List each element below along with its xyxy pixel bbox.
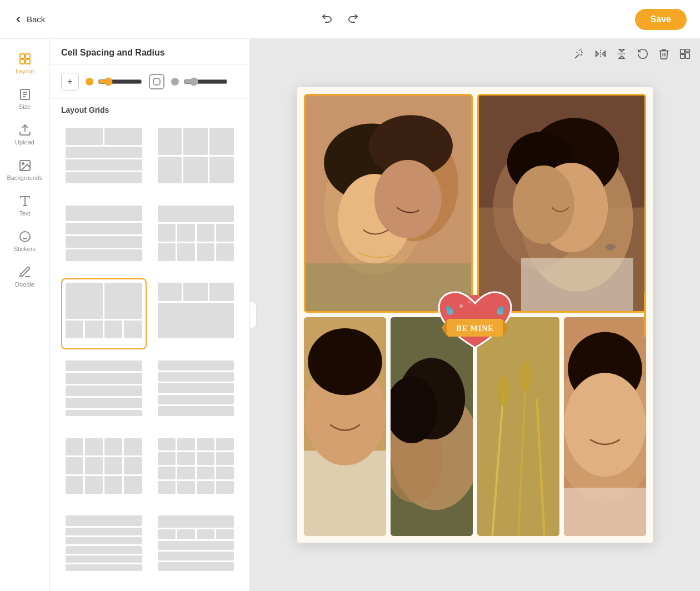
be-mine-sticker: BE MINE: [436, 287, 514, 353]
upload-icon: [18, 123, 32, 137]
icon-nav: Layout Size Upload Backgrounds: [0, 39, 50, 591]
magic-wand-icon: [573, 48, 586, 60]
svg-text:BE MINE: BE MINE: [456, 324, 493, 333]
spacing-slider[interactable]: [98, 77, 142, 86]
photo-cell-1[interactable]: [304, 94, 473, 313]
grid-template-9[interactable]: [61, 434, 147, 505]
back-button[interactable]: Back: [13, 14, 45, 24]
svg-rect-54: [521, 258, 633, 311]
radius-slider[interactable]: [183, 77, 228, 86]
grid-template-1[interactable]: [61, 123, 147, 194]
svg-point-10: [22, 163, 24, 164]
redo-button[interactable]: [346, 11, 359, 27]
flip-horizontal-button[interactable]: [594, 48, 607, 63]
photo-3-fill: [304, 317, 386, 536]
svg-rect-0: [20, 54, 24, 58]
grid-template-6[interactable]: [153, 278, 239, 349]
nav-item-stickers[interactable]: Stickers: [3, 226, 47, 257]
nav-item-upload[interactable]: Upload: [3, 119, 47, 150]
nav-item-layout[interactable]: Layout: [3, 48, 47, 79]
flip-h-icon: [594, 48, 607, 60]
rotate-icon: [637, 48, 649, 60]
svg-point-70: [498, 377, 509, 406]
grid-template-3[interactable]: [61, 201, 147, 272]
svg-point-53: [513, 166, 574, 244]
nav-label-size: Size: [19, 103, 31, 110]
panel-collapse-button[interactable]: [250, 302, 257, 328]
svg-point-86: [468, 301, 471, 303]
add-spacing-button[interactable]: +: [61, 73, 79, 91]
canvas-area: ♥ ♥ ♥ ♥ ♥ ♥ ♥ ♥ ♥ ♥: [250, 39, 700, 591]
grid-template-7[interactable]: [61, 356, 147, 427]
grid-template-11[interactable]: [61, 511, 147, 582]
photo-cell-2[interactable]: [477, 94, 646, 313]
size-icon: [18, 88, 32, 101]
nav-item-text[interactable]: Text: [3, 190, 47, 221]
chevron-left-icon: [250, 312, 252, 318]
delete-button[interactable]: [658, 48, 670, 63]
canvas-toolbar: [573, 48, 691, 63]
nav-item-doodle[interactable]: Doodle: [3, 261, 47, 292]
main-content: Layout Size Upload Backgrounds: [0, 39, 700, 591]
layout-switch-icon: [679, 48, 691, 60]
svg-rect-21: [681, 54, 684, 58]
grid-template-4[interactable]: [153, 201, 239, 272]
be-mine-svg: BE MINE: [436, 287, 514, 353]
photo-1-fill: [306, 96, 471, 311]
grid-template-list: [50, 119, 249, 591]
svg-point-44: [374, 160, 442, 238]
flip-vertical-button[interactable]: [616, 48, 628, 63]
nav-label-layout: Layout: [16, 68, 34, 74]
collage-canvas[interactable]: ♥ ♥ ♥ ♥ ♥ ♥ ♥ ♥ ♥ ♥: [297, 87, 653, 543]
magic-wand-button[interactable]: [573, 48, 586, 63]
flip-v-icon: [616, 48, 628, 60]
svg-point-82: [446, 306, 451, 310]
radius-slider-group: [171, 77, 228, 86]
undo-icon: [321, 11, 334, 24]
back-label: Back: [27, 14, 45, 24]
undo-button[interactable]: [321, 11, 334, 27]
stickers-icon: [18, 230, 32, 243]
bottom-row: BE MINE: [304, 317, 646, 536]
photo-cell-3[interactable]: [304, 317, 386, 536]
top-row: [304, 94, 646, 313]
nav-label-stickers: Stickers: [14, 246, 36, 252]
panel-title: Cell Spacing and Radius: [50, 39, 249, 65]
photo-6-svg: [564, 317, 646, 536]
nav-label-upload: Upload: [15, 139, 34, 146]
photo-cell-6[interactable]: [564, 317, 646, 536]
svg-point-58: [308, 328, 382, 395]
nav-item-backgrounds[interactable]: Backgrounds: [3, 154, 47, 186]
rotate-button[interactable]: [637, 48, 649, 63]
top-bar: Back Save: [0, 0, 700, 39]
selection-indicator: [644, 293, 646, 337]
redo-icon: [346, 11, 359, 24]
svg-rect-16: [153, 78, 160, 85]
spacing-dot: [86, 78, 93, 86]
doodle-icon: [18, 266, 32, 279]
svg-point-13: [20, 232, 30, 242]
grid-template-5[interactable]: [61, 278, 147, 349]
section-label: Layout Grids: [50, 99, 249, 119]
photo-3-svg: [304, 317, 386, 536]
nav-item-size[interactable]: Size: [3, 83, 47, 114]
svg-point-75: [564, 373, 646, 477]
svg-rect-19: [681, 49, 684, 53]
spacing-slider-group: [86, 77, 142, 86]
nav-label-text: Text: [19, 210, 30, 217]
grid-template-12[interactable]: [153, 511, 239, 582]
svg-rect-1: [26, 54, 30, 58]
svg-point-85: [459, 304, 463, 308]
text-icon: [18, 194, 32, 208]
grid-template-2[interactable]: [153, 123, 239, 194]
grid-template-8[interactable]: [153, 356, 239, 427]
photo-1-svg: [306, 96, 471, 311]
svg-rect-76: [564, 488, 646, 536]
layout-switch-button[interactable]: [679, 48, 691, 63]
save-button[interactable]: Save: [635, 9, 687, 30]
spacing-controls: +: [50, 65, 249, 99]
grid-template-10[interactable]: [153, 434, 239, 505]
svg-rect-20: [686, 49, 689, 52]
svg-point-71: [520, 362, 532, 391]
delete-icon: [658, 48, 670, 60]
